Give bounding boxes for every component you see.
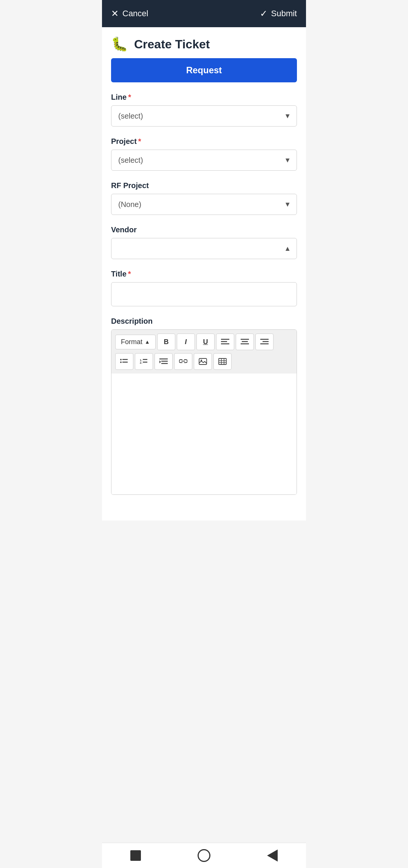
bottom-nav-bar xyxy=(102,843,306,868)
page-header: 🐛 Create Ticket xyxy=(102,27,306,58)
svg-rect-19 xyxy=(161,363,168,364)
svg-rect-14 xyxy=(143,359,147,360)
svg-rect-8 xyxy=(260,343,269,344)
align-left-icon xyxy=(221,338,229,345)
bug-icon: 🐛 xyxy=(111,36,128,52)
line-label: Line * xyxy=(111,93,297,102)
project-required-star: * xyxy=(138,137,141,146)
indent-button[interactable] xyxy=(155,353,173,370)
rf-project-label: RF Project xyxy=(111,181,297,190)
rf-project-select-wrapper: (None) ▼ xyxy=(111,194,297,215)
description-label: Description xyxy=(111,317,297,326)
table-icon xyxy=(218,358,227,365)
request-button[interactable]: Request xyxy=(111,58,297,82)
toolbar-row-1: Format ▲ B I U xyxy=(115,334,293,350)
svg-rect-24 xyxy=(219,358,226,364)
line-required-star: * xyxy=(128,93,131,102)
top-bar: ✕ Cancel ✓ Submit xyxy=(102,0,306,27)
underline-button[interactable]: U xyxy=(196,334,215,350)
vendor-select[interactable] xyxy=(111,238,297,259)
svg-rect-22 xyxy=(199,358,207,364)
stop-button[interactable] xyxy=(130,850,141,861)
align-center-icon xyxy=(241,338,249,345)
vendor-label: Vendor xyxy=(111,225,297,234)
svg-rect-1 xyxy=(221,341,227,342)
svg-rect-16 xyxy=(143,362,147,363)
svg-rect-17 xyxy=(159,358,168,360)
submit-button[interactable]: ✓ Submit xyxy=(260,8,297,19)
project-select-wrapper: (select) ▼ xyxy=(111,150,297,171)
image-icon xyxy=(199,358,207,365)
format-chevron-icon: ▲ xyxy=(145,339,150,345)
stop-icon xyxy=(130,850,141,861)
unordered-list-icon xyxy=(120,358,128,365)
description-editor[interactable] xyxy=(111,374,297,494)
back-icon xyxy=(267,849,278,862)
submit-label: Submit xyxy=(271,9,297,19)
vendor-select-wrapper: ▲ xyxy=(111,238,297,259)
svg-text:2.: 2. xyxy=(140,361,142,364)
cancel-label: Cancel xyxy=(122,9,148,19)
svg-rect-18 xyxy=(161,361,168,362)
cancel-button[interactable]: ✕ Cancel xyxy=(111,8,148,19)
svg-rect-3 xyxy=(241,339,249,340)
project-field-group: Project * (select) ▼ xyxy=(111,137,297,171)
page-title: Create Ticket xyxy=(134,37,210,51)
italic-button[interactable]: I xyxy=(177,334,195,350)
svg-rect-7 xyxy=(263,341,269,342)
svg-rect-5 xyxy=(241,343,249,344)
link-icon xyxy=(179,358,187,365)
project-select[interactable]: (select) xyxy=(111,150,297,171)
svg-rect-6 xyxy=(260,339,269,340)
format-label: Format xyxy=(121,338,142,346)
home-icon xyxy=(198,849,210,862)
image-button[interactable] xyxy=(194,353,212,370)
svg-point-9 xyxy=(120,359,122,360)
project-label: Project * xyxy=(111,137,297,146)
rf-project-field-group: RF Project (None) ▼ xyxy=(111,181,297,215)
editor-container: Format ▲ B I U xyxy=(111,329,297,495)
align-left-button[interactable] xyxy=(216,334,234,350)
align-right-icon xyxy=(260,338,269,345)
line-select-wrapper: (select) ▼ xyxy=(111,105,297,127)
svg-point-11 xyxy=(120,361,122,363)
vendor-field-group: Vendor ▲ xyxy=(111,225,297,259)
indent-icon xyxy=(159,358,168,365)
line-select[interactable]: (select) xyxy=(111,105,297,127)
svg-rect-4 xyxy=(242,341,248,342)
cancel-icon: ✕ xyxy=(111,8,119,19)
description-field-group: Description Format ▲ B I U xyxy=(111,317,297,495)
format-dropdown-button[interactable]: Format ▲ xyxy=(115,335,156,349)
ordered-list-icon: 1. 2. xyxy=(140,358,148,365)
svg-marker-20 xyxy=(159,360,161,363)
svg-rect-2 xyxy=(221,343,229,344)
submit-icon: ✓ xyxy=(260,8,267,19)
rf-project-select[interactable]: (None) xyxy=(111,194,297,215)
title-required-star: * xyxy=(128,270,131,278)
table-button[interactable] xyxy=(213,353,232,370)
ordered-list-button[interactable]: 1. 2. xyxy=(135,353,153,370)
svg-rect-10 xyxy=(122,359,128,360)
align-center-button[interactable] xyxy=(236,334,254,350)
bold-button[interactable]: B xyxy=(157,334,175,350)
title-field-group: Title * xyxy=(111,270,297,306)
svg-rect-0 xyxy=(221,339,229,340)
align-right-button[interactable] xyxy=(255,334,274,350)
home-button[interactable] xyxy=(198,849,210,862)
unordered-list-button[interactable] xyxy=(115,353,133,370)
title-label: Title * xyxy=(111,270,297,278)
line-field-group: Line * (select) ▼ xyxy=(111,93,297,127)
main-content: Request Line * (select) ▼ Project * (sel… xyxy=(102,58,306,520)
link-button[interactable] xyxy=(174,353,192,370)
back-button[interactable] xyxy=(267,849,278,862)
title-input[interactable] xyxy=(111,282,297,306)
toolbar-row-2: 1. 2. xyxy=(115,353,293,370)
svg-rect-12 xyxy=(122,362,128,363)
editor-toolbar: Format ▲ B I U xyxy=(111,330,297,374)
